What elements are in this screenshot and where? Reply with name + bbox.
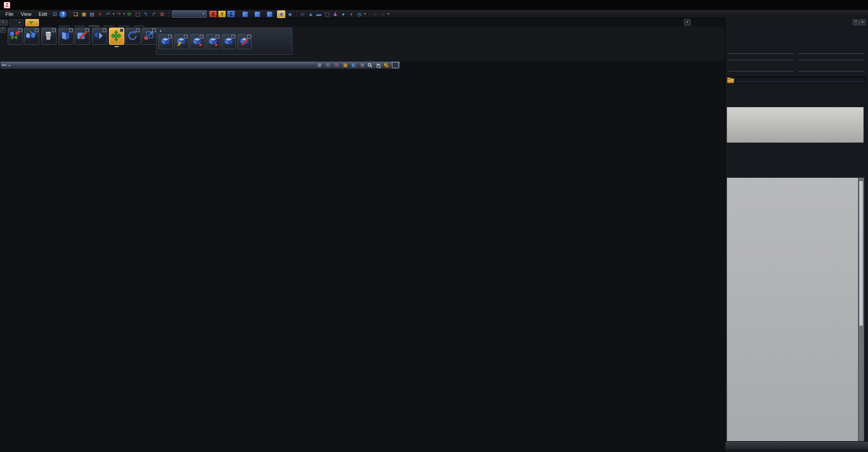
collapse-icon[interactable]: ▲: [159, 29, 162, 32]
button-options-icon[interactable]: [184, 35, 188, 38]
left-button-tool[interactable]: [25, 19, 39, 26]
button-options-icon[interactable]: [52, 29, 56, 32]
submesh-split-icon[interactable]: [222, 34, 236, 49]
ribbon-button-insert[interactable]: [75, 28, 90, 47]
ribbon-button-label: [114, 46, 119, 47]
folder-icon[interactable]: [727, 77, 734, 83]
mode-edge-button[interactable]: [255, 11, 262, 17]
button-options-icon[interactable]: [85, 29, 89, 32]
button-options-icon[interactable]: [152, 29, 156, 32]
help-icon[interactable]: ?: [59, 11, 66, 18]
sphere-icon[interactable]: ●: [340, 11, 347, 18]
button-options-icon[interactable]: [120, 29, 123, 32]
pin-icon[interactable]: ⊤: [0, 27, 6, 33]
menu-view[interactable]: View: [17, 11, 35, 17]
ribbon-button-flip[interactable]: [58, 28, 74, 47]
redo-icon[interactable]: ↷: [115, 11, 123, 18]
pen-pink-icon[interactable]: ✎: [333, 62, 340, 68]
scene-nodes-browser: ⊤ ✕: [725, 18, 868, 452]
mode-vertex-button[interactable]: [242, 11, 250, 17]
close-icon[interactable]: ✕: [0, 19, 6, 25]
viewport-maximize-icon[interactable]: [392, 62, 399, 68]
button-options-icon[interactable]: [136, 29, 140, 32]
left-button-dropdown[interactable]: ▾: [9, 19, 24, 26]
save-icon[interactable]: ▤: [88, 11, 95, 18]
button-options-icon[interactable]: [200, 35, 203, 38]
hemisphere-icon[interactable]: ◗: [348, 11, 355, 18]
submesh-cut-icon[interactable]: [237, 34, 252, 49]
axis-x-button[interactable]: X: [209, 10, 217, 18]
pin-icon[interactable]: ⊤: [853, 19, 859, 25]
ribbon-button-attach[interactable]: [8, 28, 23, 47]
button-options-icon[interactable]: [231, 35, 235, 38]
button-options-icon[interactable]: [103, 29, 106, 32]
submesh-detach-icon[interactable]: [190, 34, 204, 49]
submesh-detach-move-icon[interactable]: [206, 34, 220, 49]
screen-dropdown[interactable]: ▾: [172, 10, 207, 18]
menu-edit[interactable]: Edit: [35, 11, 51, 17]
layers-icon[interactable]: ≣: [158, 11, 165, 18]
chevron-down-icon[interactable]: ▾: [359, 62, 366, 68]
viewport-fit-button[interactable]: [384, 63, 390, 68]
button-options-icon[interactable]: [168, 35, 172, 38]
mode-polygon-button[interactable]: [267, 11, 274, 17]
button-options-icon[interactable]: [216, 35, 219, 38]
plane-icon[interactable]: ▱: [299, 11, 306, 18]
options-icon[interactable]: ☑: [51, 11, 58, 18]
close-button[interactable]: [849, 0, 868, 10]
ribbon-button-move[interactable]: [109, 28, 124, 47]
commands-panel-strip[interactable]: ✕ ⊤: [0, 19, 6, 62]
box-icon[interactable]: ▢: [134, 11, 141, 18]
magnet-off-icon[interactable]: ∩: [379, 11, 387, 18]
view-redo-icon[interactable]: ↱: [150, 11, 157, 18]
ribbon-button-mirror[interactable]: [91, 28, 108, 47]
button-options-icon[interactable]: [247, 35, 251, 38]
no-draw-icon[interactable]: ⊘: [316, 62, 323, 68]
shade-icon[interactable]: ◧: [350, 62, 357, 68]
viewport-zoom-button[interactable]: [368, 63, 374, 68]
menubar: FileViewEdit☑?❏▣▤✕↶▾↷▾⟳▢↰↱≣▾XYZ■◆▱▲▬▢♟●◗…: [0, 10, 868, 19]
hand-icon: [376, 63, 381, 68]
pen-blue-icon[interactable]: ✎: [325, 62, 331, 68]
viewport-pan-button[interactable]: [376, 63, 382, 68]
torus-icon[interactable]: ◎: [356, 11, 363, 18]
view-undo-icon[interactable]: ↰: [142, 11, 149, 18]
chevron-left-icon[interactable]: ◂: [8, 63, 10, 67]
axis-y-button[interactable]: Y: [218, 10, 226, 18]
refresh-icon[interactable]: ⟳: [126, 11, 133, 18]
ribbon-button-rot[interactable]: [125, 28, 141, 47]
button-options-icon[interactable]: [35, 29, 38, 32]
tree-scrollbar[interactable]: [858, 177, 864, 442]
button-options-icon[interactable]: [69, 29, 73, 32]
right-button-dropdown[interactable]: ▾: [684, 19, 693, 26]
structure-states-list: [726, 107, 864, 143]
submesh-brush-icon[interactable]: [174, 34, 189, 49]
back-viewport-canvas[interactable]: [0, 69, 400, 229]
maximize-button[interactable]: [830, 0, 849, 10]
active-mode-icon[interactable]: ■: [277, 10, 285, 18]
ribbon-button-break[interactable]: [24, 28, 39, 47]
cone-icon[interactable]: ▲: [307, 11, 314, 18]
axis-z-button[interactable]: Z: [227, 10, 235, 18]
cylinder-icon[interactable]: ▬: [315, 11, 322, 18]
magnet-on-icon[interactable]: ∩: [371, 11, 378, 18]
button-options-icon[interactable]: [19, 29, 22, 32]
ribbon-button-scale[interactable]: [142, 28, 157, 47]
new-file-icon[interactable]: ❏: [72, 11, 79, 18]
selection-structure-divider: [729, 71, 863, 71]
viewport-name-button[interactable]: [1, 65, 7, 66]
figure-icon[interactable]: ♟: [331, 11, 339, 18]
palette-icon[interactable]: ▦: [342, 62, 349, 68]
delete-icon[interactable]: ✕: [96, 11, 104, 18]
soft-selection-icon[interactable]: ◆: [286, 11, 293, 18]
tree-scrollbar-thumb[interactable]: [859, 181, 863, 326]
scene-tree: [726, 177, 859, 442]
undo-icon[interactable]: ↶: [104, 11, 112, 18]
menu-file[interactable]: File: [2, 11, 17, 17]
open-folder-icon[interactable]: ▣: [80, 11, 87, 18]
close-icon[interactable]: ✕: [859, 19, 866, 25]
minimize-button[interactable]: [811, 0, 830, 10]
box-icon[interactable]: ▢: [323, 11, 330, 18]
ribbon-button-delete[interactable]: [40, 28, 57, 47]
submesh-extrude-icon[interactable]: [158, 34, 173, 49]
